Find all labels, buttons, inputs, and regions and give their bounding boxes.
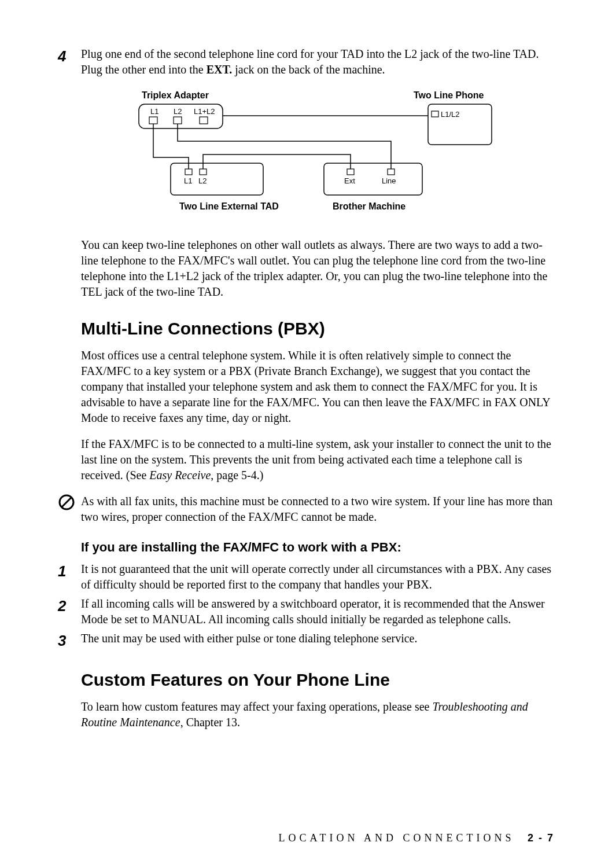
label-tad-l2: L2 (198, 176, 207, 185)
svg-line-14 (62, 498, 71, 507)
svg-rect-5 (432, 111, 438, 117)
label-l2: L2 (174, 107, 182, 116)
step-number-2: 2 (58, 596, 81, 616)
label-brother-machine: Brother Machine (333, 201, 405, 211)
svg-rect-7 (185, 169, 192, 175)
step-1-text: It is not guaranteed that the unit will … (81, 561, 554, 593)
wiring-diagram: Triplex Adapter L1 L2 L1+L2 Two Line Pho… (104, 88, 554, 227)
svg-rect-8 (200, 169, 207, 175)
para-custom: To learn how custom features may affect … (81, 699, 554, 730)
heading-install-pbx: If you are installing the FAX/MFC to wor… (81, 539, 554, 556)
para-keep-two-line: You can keep two-line telephones on othe… (81, 237, 554, 300)
footer-chapter: LOCATION AND CONNECTIONS (278, 832, 514, 844)
para-pbx-2b: , page 5-4.) (211, 469, 263, 481)
para-pbx-1: Most offices use a central telephone sys… (81, 348, 554, 426)
step-2: 2 If all incoming calls will be answered… (58, 596, 554, 627)
para-pbx-2-italic: Easy Receive (149, 469, 211, 481)
label-two-line-tad: Two Line External TAD (179, 201, 279, 211)
svg-rect-4 (428, 104, 492, 145)
svg-rect-11 (388, 169, 395, 175)
note-prohibit: As with all fax units, this machine must… (58, 494, 554, 525)
step-number-4: 4 (58, 46, 81, 67)
step-4-text-b: jack on the back of the machine. (232, 63, 385, 76)
label-ext: Ext (344, 176, 355, 185)
svg-rect-1 (149, 117, 157, 124)
step-4-bold: EXT. (207, 63, 233, 76)
para-pbx-2: If the FAX/MFC is to be connected to a m… (81, 436, 554, 483)
step-1: 1 It is not guaranteed that the unit wil… (58, 561, 554, 593)
step-3-text: The unit may be used with either pulse o… (81, 631, 554, 646)
svg-rect-2 (174, 117, 182, 124)
note-text: As with all fax units, this machine must… (81, 494, 554, 525)
step-number-3: 3 (58, 631, 81, 651)
svg-rect-9 (324, 163, 422, 195)
para-custom-b: , Chapter 13. (180, 716, 240, 729)
step-4-text: Plug one end of the second telephone lin… (81, 46, 554, 78)
heading-multi-line-pbx: Multi-Line Connections (PBX) (81, 317, 554, 341)
label-l1: L1 (150, 107, 158, 116)
footer-page: 2 - 7 (528, 832, 554, 844)
label-triplex-adapter: Triplex Adapter (142, 90, 209, 100)
para-custom-a: To learn how custom features may affect … (81, 700, 432, 713)
label-line: Line (382, 176, 396, 185)
svg-rect-3 (200, 117, 208, 124)
step-2-text: If all incoming calls will be answered b… (81, 596, 554, 627)
label-two-line-phone: Two Line Phone (414, 90, 484, 100)
step-number-1: 1 (58, 561, 81, 582)
footer: LOCATION AND CONNECTIONS 2 - 7 (278, 831, 554, 845)
label-phone-l1l2: L1/L2 (441, 110, 460, 119)
prohibit-icon (58, 494, 81, 511)
heading-custom-features: Custom Features on Your Phone Line (81, 668, 554, 692)
label-tad-l1: L1 (184, 176, 192, 185)
step-4: 4 Plug one end of the second telephone l… (58, 46, 554, 78)
label-l1l2: L1+L2 (194, 107, 215, 116)
step-3: 3 The unit may be used with either pulse… (58, 631, 554, 651)
svg-rect-10 (347, 169, 354, 175)
